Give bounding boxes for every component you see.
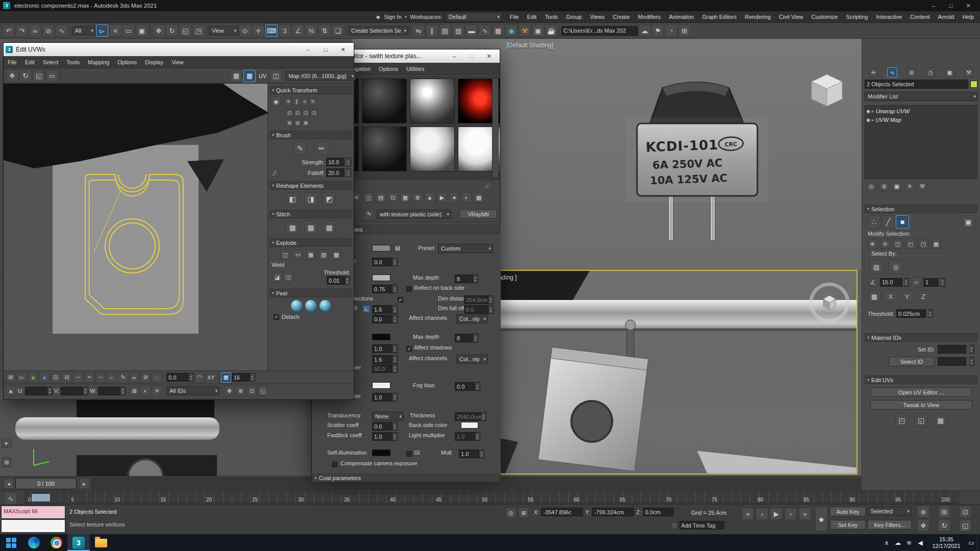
toolbar-icon[interactable]: ☁ [639, 24, 651, 37]
glossiness-field[interactable]: 0.75 [372, 285, 393, 293]
reshape-elements-header[interactable]: Reshape Elements [270, 181, 352, 190]
menu-item[interactable]: Animation [665, 12, 698, 21]
light-multiplier-field[interactable]: 1.0 [455, 432, 475, 441]
falloff-curve-icon[interactable]: ╱ [271, 169, 279, 177]
status-icon[interactable]: ◎ [506, 508, 516, 518]
roughness-spinner[interactable] [393, 258, 398, 266]
angle-field[interactable]: 15.0 [880, 278, 902, 287]
key-filters-button[interactable]: Key Filters... [868, 520, 912, 530]
tray-icon[interactable]: ≋ [903, 534, 915, 551]
toolbar-icon[interactable]: ⌨ [265, 24, 278, 37]
roughness-field[interactable]: 0.0 [372, 258, 393, 266]
affect-channels-dropdown[interactable]: Col...nly [456, 314, 488, 323]
file-explorer-icon[interactable] [90, 534, 112, 551]
action-center-icon[interactable]: ▭ [966, 534, 977, 551]
planar-field[interactable]: 1 [923, 278, 939, 287]
fresnel-ior-spinner[interactable] [393, 305, 398, 314]
selection-mode-icon[interactable]: ∴ [867, 215, 880, 229]
viewport-nav-icon[interactable]: ◱ [959, 519, 971, 532]
uv-toolbar-icon[interactable]: ▦ [243, 70, 256, 82]
stack-control-icon[interactable]: ▣ [892, 181, 902, 191]
sample-slot[interactable] [362, 79, 407, 123]
edit-uvs-icon[interactable]: ◱ [915, 414, 928, 427]
modifier-stack-row[interactable]: ◉ ▸ UVW Map [866, 115, 976, 124]
edit-uvws-menu-item[interactable]: Options [113, 58, 141, 67]
strength-spinner[interactable] [346, 158, 351, 166]
thickness-field[interactable]: 2540.0cm [455, 412, 481, 421]
menu-item[interactable]: Modifiers [634, 12, 665, 21]
axis-toggle-icon[interactable]: X [884, 290, 897, 303]
toolbar-icon[interactable]: ∥ [426, 24, 438, 37]
element-mode-icon[interactable]: ▣ [962, 215, 975, 229]
y-coordinate-field[interactable]: -799.324cm [592, 508, 634, 516]
quick-transform-icon[interactable]: ∥ [292, 97, 301, 106]
toolbar-icon[interactable]: ▣ [136, 24, 148, 37]
edge-icon[interactable] [22, 534, 45, 551]
select-id-button[interactable]: Select ID [889, 357, 935, 366]
maximize-button[interactable]: □ [942, 0, 960, 11]
stitch-icon[interactable]: ▦ [286, 221, 299, 234]
uv-footer-icon[interactable]: ■ [28, 372, 38, 383]
abbe-field[interactable]: 50.0 [372, 364, 393, 373]
reshape-icon[interactable]: ◩ [323, 192, 336, 206]
select-id-field[interactable] [938, 357, 966, 366]
explode-header[interactable]: Explode [270, 238, 352, 247]
transport-button[interactable]: › [785, 508, 797, 520]
toolbar-icon[interactable]: % [305, 24, 317, 37]
z-coordinate-field[interactable]: 0.0cm [643, 508, 674, 516]
uv-footer-icon[interactable]: ■ [39, 372, 50, 383]
set-key-button[interactable]: Set Key [830, 520, 866, 530]
set-key-mode-icon[interactable]: ◆ [815, 507, 827, 531]
uv-brush-size-spinner[interactable] [250, 373, 255, 382]
toolbar-icon[interactable]: ◉ [505, 24, 518, 37]
modifier-enable-icon[interactable]: ◉ [866, 117, 870, 122]
quick-transform-icon[interactable]: ⊞ [285, 119, 293, 127]
mult-spinner[interactable] [479, 449, 484, 458]
w-spinner[interactable] [120, 387, 126, 395]
toolbar-icon[interactable]: ▥ [452, 24, 464, 37]
menu-item[interactable]: Group [562, 12, 586, 21]
quick-transform-icon[interactable]: ◲ [302, 109, 310, 117]
modifier-list-dropdown[interactable]: Modifier List [865, 92, 978, 101]
toolbar-icon[interactable]: ↶ [3, 24, 15, 37]
uv-toolbar-icon[interactable]: ◫ [270, 70, 282, 82]
frame-display[interactable]: 0 / 100 [15, 478, 77, 489]
quick-transform-icon[interactable]: ↻ [309, 97, 317, 106]
viewport-nav-icon[interactable]: ⊡ [959, 506, 971, 518]
uv-toolbar-icon[interactable]: ▭ [46, 70, 58, 82]
falloff-field[interactable]: 20.0 [326, 168, 345, 177]
toolbar-icon[interactable]: ✥ [153, 24, 165, 37]
fog-multiplier-field[interactable]: 1.0 [372, 393, 393, 402]
glossiness2-field[interactable]: 1.0 [372, 344, 393, 353]
uv-footer-icon[interactable]: ✥ [224, 386, 234, 396]
toolbar-icon[interactable]: ▤ [439, 24, 451, 37]
modifier-stack[interactable]: ◉ ▸ Unwrap UVW ◉ ▸ UVW Map [865, 105, 977, 179]
menu-item[interactable]: Content [906, 12, 934, 21]
uv-footer-icon[interactable]: ⊡ [247, 386, 257, 396]
toolbar-icon[interactable]: ◔ [665, 24, 677, 37]
u-field[interactable] [25, 387, 47, 395]
uv-footer-icon[interactable]: ∞ [129, 372, 139, 383]
quick-transform-icon[interactable]: ⊠ [302, 119, 310, 127]
ior-spinner[interactable] [393, 355, 398, 364]
toolbar-icon[interactable]: ☕ [545, 24, 557, 37]
menu-item[interactable]: Interactive [872, 12, 906, 21]
workspace-dropdown[interactable]: Default [446, 12, 502, 21]
uv-soft-selection-spinner[interactable] [189, 373, 194, 382]
uv-footer-icon[interactable]: ╌ [73, 372, 83, 383]
mat-maximize-button[interactable]: □ [463, 51, 480, 61]
next-frame-button[interactable]: ▸ [79, 479, 89, 489]
viewport-strip-icon[interactable]: ⊞ [2, 457, 12, 467]
taskbar-clock[interactable]: 15:35 12/17/2021 [927, 536, 966, 549]
auto-key-button[interactable]: Auto Key [830, 507, 866, 516]
gi-checkbox[interactable] [406, 451, 412, 457]
stack-control-icon[interactable]: ≣ [879, 181, 889, 191]
dim-falloff-spinner[interactable] [488, 305, 494, 314]
dim-distance-spinner[interactable] [488, 295, 494, 304]
toolbar-icon[interactable]: ◳ [192, 24, 205, 37]
uv-footer-icon[interactable]: ⊡ [51, 372, 61, 383]
selection-mode-icon[interactable]: ■ [896, 215, 909, 229]
set-id-field[interactable] [938, 345, 966, 354]
light-multiplier-spinner[interactable] [475, 432, 480, 441]
edit-uvws-menu-item[interactable]: Display [141, 58, 167, 67]
